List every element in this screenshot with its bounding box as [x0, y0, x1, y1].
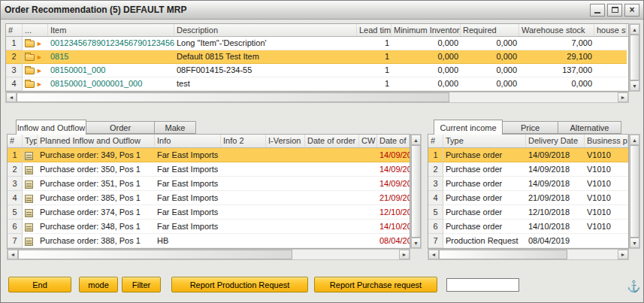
date-of-order [305, 234, 359, 248]
required: 0,000 [461, 64, 519, 77]
table-row[interactable]: 7 Production Request 08/04/2019 [428, 234, 628, 248]
scroll-right-button[interactable]: ► [399, 250, 410, 259]
tab-inflow-and-outflow[interactable]: Inflow and Outflow [16, 120, 86, 135]
scroll-down-button[interactable]: ▼ [411, 238, 421, 248]
scroll-up-button[interactable]: ▲ [630, 24, 639, 35]
maximize-button[interactable] [607, 4, 622, 17]
i-version [266, 148, 305, 162]
purchase-order-icon [25, 223, 33, 232]
report-production-request-button[interactable]: Report Production Request [171, 277, 308, 292]
vertical-scrollbar[interactable]: ▲ ▼ [410, 134, 422, 249]
table-row[interactable]: 6 Purchase order: 348, Pos 1 Far East Im… [8, 220, 410, 234]
scrollbar-thumb[interactable] [439, 250, 567, 259]
lead-time: 1 [357, 37, 392, 50]
vertical-scrollbar[interactable]: ▲ ▼ [629, 134, 640, 249]
folder-icon[interactable] [25, 68, 35, 74]
cw [359, 162, 377, 177]
scrollbar-thumb[interactable] [411, 145, 421, 238]
scroll-left-button[interactable]: ◄ [6, 92, 17, 102]
table-row-selected[interactable]: 2 ► 0815 Default 0815 Test Item 1 0,000 … [6, 50, 628, 64]
minimize-button[interactable] [590, 4, 605, 17]
scroll-up-button[interactable]: ▲ [411, 135, 421, 145]
scrollbar-thumb[interactable] [630, 145, 639, 238]
table-row[interactable]: 2 Purchase order: 350, Pos 1 Far East Im… [8, 162, 410, 177]
link-arrow-icon[interactable]: ► [36, 80, 43, 88]
cw [359, 177, 377, 191]
filter-button[interactable]: Filter [122, 277, 161, 292]
table-row[interactable]: 4 Purchase order: 385, Pos 1 Far East Im… [8, 191, 410, 205]
cw [359, 220, 377, 234]
info: Far East Imports [155, 177, 221, 191]
title-bar[interactable]: Order Recommendation (5) DEFAULT MRP × [1, 1, 643, 20]
row-number: 7 [8, 234, 23, 248]
scrollbar-thumb[interactable] [18, 250, 292, 259]
scroll-up-button[interactable]: ▲ [630, 135, 639, 145]
scroll-left-button[interactable]: ◄ [428, 250, 439, 259]
scrollbar-thumb[interactable] [630, 35, 639, 80]
delivery-date: 12/10/2018 [526, 205, 585, 220]
table-row[interactable]: 5 Purchase order 12/10/2018 V1010 [428, 205, 628, 220]
table-row[interactable]: 4 ► 08150001_0000001_000 test 1 0,000 0,… [6, 77, 628, 91]
scroll-down-button[interactable]: ▼ [630, 80, 639, 91]
scrollbar-corner [410, 249, 422, 260]
link-arrow-icon[interactable]: ► [36, 40, 43, 47]
table-row[interactable]: 5 Purchase order: 374, Pos 1 Far East Im… [8, 205, 410, 220]
item-code[interactable]: 0815 [48, 50, 174, 64]
row-number: 2 [6, 50, 23, 64]
purchase-order-icon [25, 166, 33, 174]
row-number: 1 [428, 148, 443, 162]
purchase-order-icon [25, 238, 33, 246]
footer-input[interactable] [446, 278, 519, 292]
horizontal-scrollbar[interactable]: ◄ ► [428, 249, 629, 260]
lead-time: 1 [357, 64, 392, 77]
current-income-table: # Type Delivery Date Business par 1 Purc… [428, 134, 629, 249]
link-arrow-icon[interactable]: ► [36, 53, 43, 61]
vertical-scrollbar[interactable]: ▲ ▼ [629, 23, 640, 92]
close-button[interactable]: × [624, 4, 639, 17]
scroll-down-button[interactable]: ▼ [630, 238, 639, 248]
folder-icon[interactable] [25, 81, 35, 88]
anchor-icon[interactable]: ⚓ [627, 280, 641, 292]
warehouse-stock: 29,100 [519, 50, 594, 64]
row-icon [23, 234, 38, 248]
table-row[interactable]: 6 Purchase order 14/10/2018 V1010 [428, 220, 628, 234]
row-number: 3 [6, 64, 23, 77]
report-purchase-request-button[interactable]: Report Purchase request [314, 277, 437, 292]
tab-alternative[interactable]: Alternative [558, 121, 621, 134]
inflow-outflow-table: # Typ Planned Inflow and Outflow Info In… [7, 134, 410, 249]
folder-icon[interactable] [25, 54, 35, 61]
table-row[interactable]: 3 ► 08150001_000 08FF001415-234-55 1 0,0… [6, 64, 628, 77]
horizontal-scrollbar[interactable]: ◄ ► [5, 92, 629, 103]
header-required: Required [461, 24, 519, 36]
horizontal-scrollbar[interactable]: ◄ ► [7, 249, 410, 260]
info-2 [221, 220, 266, 234]
header-warehouse-stock: Warehouse stock [519, 24, 594, 36]
link-arrow-icon[interactable]: ► [36, 67, 43, 74]
table-row[interactable]: 7 Purchase order: 388, Pos 1 HB 08/04/20… [8, 234, 410, 248]
tab-price[interactable]: Price [503, 121, 558, 134]
scroll-right-button[interactable]: ► [618, 250, 628, 259]
tab-make[interactable]: Make [155, 121, 196, 134]
scrollbar-thumb[interactable] [17, 92, 449, 102]
table-row-selected[interactable]: 1 Purchase order: 349, Pos 1 Far East Im… [8, 148, 410, 162]
table-row[interactable]: 2 Purchase order 14/09/2018 V1010 [428, 162, 628, 177]
table-row-selected[interactable]: 1 Purchase order 14/09/2018 V1010 [428, 148, 628, 162]
tab-current-income[interactable]: Current income [434, 120, 503, 135]
table-row[interactable]: 4 Purchase order 21/09/2018 V1010 [428, 191, 628, 205]
table-row[interactable]: 3 Purchase order: 351, Pos 1 Far East Im… [8, 177, 410, 191]
table-row[interactable]: 1 ► 00123456789012345679012345679 Long "… [6, 37, 628, 50]
scroll-right-button[interactable]: ► [618, 92, 628, 102]
table-row[interactable]: 3 Purchase order 14/09/2018 V1010 [428, 177, 628, 191]
date-of: 08/04/2019 [377, 234, 410, 248]
item-code[interactable]: 08150001_0000001_000 [48, 77, 174, 91]
folder-icon[interactable] [25, 41, 35, 47]
item-code[interactable]: 08150001_000 [48, 64, 174, 77]
tab-order[interactable]: Order [86, 121, 155, 134]
business-partner: V1010 [585, 220, 628, 234]
i-version [266, 205, 305, 220]
end-button[interactable]: End [8, 277, 71, 292]
mode-button[interactable]: mode [79, 277, 118, 292]
business-partner: V1010 [585, 148, 628, 162]
scroll-left-button[interactable]: ◄ [8, 250, 18, 259]
item-code[interactable]: 00123456789012345679012345679 [48, 37, 174, 50]
